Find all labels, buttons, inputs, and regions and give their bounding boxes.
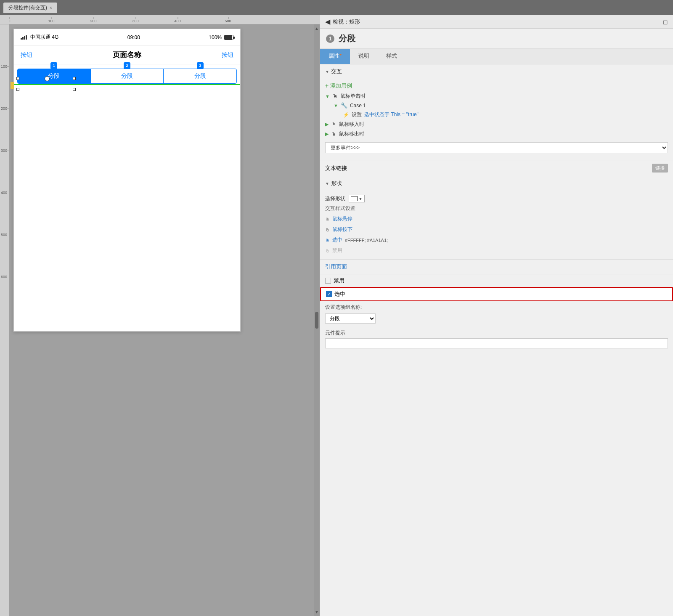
action-link[interactable]: 选中状态于 This = "true": [364, 111, 419, 118]
disable-label: 禁用: [334, 277, 344, 284]
yellow-marker: [11, 82, 14, 89]
carrier-label: 中国联通 4G: [30, 34, 58, 41]
handle-tl: [16, 77, 19, 80]
hover-icon: 🖱: [325, 217, 330, 222]
canvas-scrollbar[interactable]: ▲ ▼: [314, 24, 320, 616]
disable-checkbox[interactable]: [325, 278, 331, 284]
click-icon: 🖱: [332, 93, 338, 99]
event-mouse-click[interactable]: ▼ 🖱 鼠标单击时: [325, 91, 668, 101]
event-tree: ▼ 🖱 鼠标单击时 ▼ 🔧 Case 1: [325, 91, 668, 139]
text-link-row: 文本链接 链接: [320, 160, 673, 176]
selected-checkbox-row: ✓ 选中: [320, 287, 673, 301]
ruler-vmark-600: 600: [1, 275, 7, 279]
interaction-section-body: + 添加用例 ▼ 🖱 鼠标单击时: [320, 79, 673, 160]
leave-arrow: ▶: [325, 131, 329, 137]
tab-properties[interactable]: 属性*: [320, 49, 350, 64]
bar3: [24, 36, 25, 40]
more-events-select[interactable]: 更多事件>>>: [325, 142, 668, 153]
section-number: 1: [326, 35, 334, 43]
event-case1[interactable]: ▼ 🔧 Case 1: [325, 101, 668, 110]
handle-center-top: [45, 76, 50, 81]
interact-style-section: 交互样式设置 🖱 鼠标悬停 🖱 鼠标按下 🖱 选中: [325, 205, 668, 256]
ruler-vmark-300: 300: [1, 149, 7, 153]
scroll-down-arrow[interactable]: ▼: [315, 610, 319, 614]
canvas-tab[interactable]: 分段控件(有交互) ×: [3, 3, 57, 13]
group-name-label: 设置选项组名称:: [325, 304, 362, 311]
disable-checkbox-row: 禁用: [320, 274, 673, 287]
tab-style[interactable]: 样式: [378, 49, 405, 64]
nav-bar: 按钮 页面名称 按钮: [14, 46, 240, 64]
shape-selector[interactable]: ▼: [349, 195, 365, 202]
bar1: [21, 38, 22, 40]
canvas-content: 中国联通 4G 09:00 100% 按钮 页面名称 按钮: [9, 24, 320, 616]
case1-icon: 🔧: [341, 102, 347, 109]
mousedown-label[interactable]: 鼠标按下: [332, 226, 352, 233]
handle-br: [73, 88, 76, 91]
tab-close-btn[interactable]: ×: [50, 5, 52, 10]
interaction-section: ▼ 交互 + 添加用例 ▼ 🖱 鼠标单击时: [320, 64, 673, 160]
interact-mousedown[interactable]: 🖱 鼠标按下: [325, 224, 668, 235]
segment-label-1: 分段: [48, 72, 60, 79]
selected-label[interactable]: 选中: [332, 236, 342, 244]
element-hint-label: 元件提示: [325, 330, 345, 336]
panel-back-icon[interactable]: ◀: [325, 18, 330, 26]
canvas-white-area: [14, 87, 240, 331]
disabled-label[interactable]: 禁用: [332, 247, 342, 254]
interact-disabled[interactable]: 🖱 禁用: [325, 245, 668, 256]
ruler-vmark-200: 200: [1, 106, 7, 111]
ref-page-section: 引用页面: [320, 260, 673, 274]
interact-selected[interactable]: 🖱 选中 #FFFFFF; #A1A1A1;: [325, 235, 668, 245]
ruler-horizontal: 0 100 200 300 400 500: [9, 15, 320, 24]
scroll-up-arrow[interactable]: ▲: [315, 26, 319, 31]
top-bar: 分段控件(有交互) ×: [0, 0, 673, 15]
interaction-section-header[interactable]: ▼ 交互: [320, 64, 673, 79]
right-panel: ◀ 检视：矩形 ◻ 1 分段 属性* 说明 样式: [320, 15, 673, 616]
battery-icon: [224, 35, 233, 40]
interact-hover[interactable]: 🖱 鼠标悬停: [325, 214, 668, 224]
selected-checkbox[interactable]: ✓: [326, 291, 332, 297]
tab-description[interactable]: 说明: [350, 49, 378, 64]
nav-right-btn[interactable]: 按钮: [222, 51, 233, 59]
nav-left-btn[interactable]: 按钮: [21, 51, 32, 59]
panel-expand-icon[interactable]: ◻: [663, 19, 668, 25]
selected-value: #FFFFFF; #A1A1A1;: [345, 238, 388, 243]
ruler-mark-400: 400: [174, 19, 180, 23]
ruler-vmark-400: 400: [1, 191, 7, 195]
element-hint-input[interactable]: [325, 338, 668, 348]
shape-select-row: 选择形状 ▼: [325, 195, 668, 202]
event-mouse-leave[interactable]: ▶ 🖱 鼠标移出时: [325, 129, 668, 139]
nav-title: 页面名称: [113, 50, 141, 60]
leave-icon: 🖱: [331, 131, 336, 137]
status-bar: 中国联通 4G 09:00 100%: [14, 29, 240, 46]
case1-arrow: ▼: [334, 103, 338, 108]
ref-page-link[interactable]: 引用页面: [320, 260, 673, 274]
event-mouse-enter[interactable]: ▶ 🖱 鼠标移入时: [325, 119, 668, 129]
enter-arrow: ▶: [325, 122, 329, 127]
add-use-case-btn[interactable]: + 添加用例: [325, 82, 668, 90]
signal-bars: [21, 35, 27, 40]
hover-label[interactable]: 鼠标悬停: [332, 215, 352, 223]
tab-label: 分段控件(有交互): [8, 4, 47, 11]
shape-section-label: 形状: [331, 180, 342, 187]
shape-section-header[interactable]: ▼ 形状: [320, 176, 673, 191]
panel-content: ▼ 交互 + 添加用例 ▼ 🖱 鼠标单击时: [320, 64, 673, 616]
shape-dropdown-arrow: ▼: [358, 196, 363, 201]
ruler-mark-300: 300: [132, 19, 138, 23]
action-prefix: 设置: [352, 111, 362, 118]
text-link-btn[interactable]: 链接: [652, 164, 668, 173]
group-name-select[interactable]: 分段: [325, 313, 376, 324]
badge-3: 3: [197, 62, 204, 69]
event-action[interactable]: ⚡ 设置 选中状态于 This = "true": [325, 110, 668, 119]
segment-label-3: 分段: [194, 72, 206, 79]
click-arrow: ▼: [325, 94, 330, 99]
shape-section-body: 选择形状 ▼ 交互样式设置 🖱 鼠标悬停: [320, 191, 673, 259]
segment-item-3[interactable]: 3 分段: [164, 69, 236, 83]
segment-item-2[interactable]: 2 分段: [91, 69, 164, 83]
badge-1: 1: [50, 62, 57, 69]
segment-item-1[interactable]: 1 分段: [18, 69, 91, 83]
segment-control: 1 分段 2 分段 3 分段: [17, 69, 237, 84]
time-label: 09:00: [127, 35, 140, 40]
ruler-vmark-500: 500: [1, 233, 7, 237]
scroll-thumb[interactable]: [315, 312, 318, 329]
selected-icon: 🖱: [325, 238, 330, 243]
